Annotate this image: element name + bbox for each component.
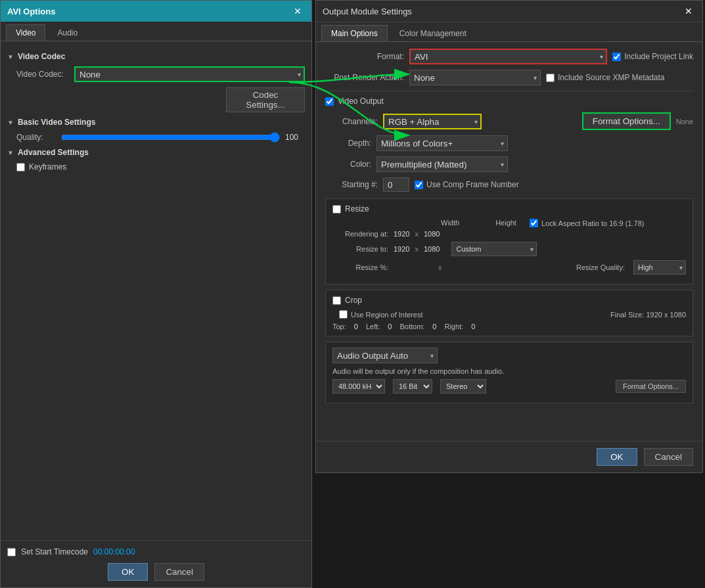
lock-ratio-label: Lock Aspect Ratio to 16:9 (1.78) [541,219,645,227]
audio-output-row: Audio Output Auto ▾ [332,348,686,363]
resize-header: Resize [332,204,686,214]
resize-checkbox[interactable] [332,205,341,214]
tab-audio[interactable]: Audio [47,24,87,41]
avi-close-button[interactable]: ✕ [290,5,305,18]
channel-select[interactable]: RGB + Alpha RGB Alpha [383,114,482,129]
include-source-xmp-row: Include Source XMP Metadata [546,73,665,82]
resize-to-x-sep: x [415,245,419,253]
audio-section: Audio Output Auto ▾ Audio will be output… [325,342,693,403]
crop-values-row: Top: 0 Left: 0 Bottom: 0 Right: 0 [332,323,686,330]
crop-right-label: Right: [444,323,463,330]
audio-output-select[interactable]: Audio Output Auto [332,348,438,363]
output-tabs: Main Options Color Management [316,22,702,42]
crop-header: Crop [332,296,686,305]
channels-label: Channels: [332,117,378,126]
avi-ok-button[interactable]: OK [108,563,148,581]
tab-color-management[interactable]: Color Management [390,25,476,41]
avi-tabs: Video Audio [1,22,311,41]
rendering-w: 1920 [394,230,409,238]
keyframes-checkbox[interactable] [16,163,25,171]
final-size-label: Final Size: 1920 x 1080 [610,311,686,319]
format-label: Format: [325,52,404,61]
quality-slider[interactable] [61,132,280,143]
lock-ratio-header: Lock Aspect Ratio to 16:9 (1.78) [530,219,645,227]
avi-titlebar: AVI Options ✕ [1,1,311,22]
advanced-settings-arrow: ▼ [7,149,14,156]
freq-select[interactable]: 48.000 kHz 44.100 kHz [332,379,385,394]
use-comp-frame-number-checkbox[interactable] [415,181,423,189]
include-source-xmp-checkbox[interactable] [546,74,555,82]
output-footer: OK Cancel [316,441,702,472]
rendering-at-label: Rendering at: [332,230,388,238]
avi-content: ▼ Video Codec Video Codec: None ▾ Codec … [1,41,311,540]
depth-select[interactable]: Millions of Colors+ Millions of Colors [376,135,508,151]
use-comp-frame-number-row: Use Comp Frame Number [415,180,519,189]
timecode-value: 00:00:00:00 [93,547,135,556]
channel-select2[interactable]: Stereo Mono [440,379,486,394]
resize-to-h: 1080 [424,245,440,253]
custom-select[interactable]: Custom 1920x1080 1280x720 [451,242,537,256]
resize-label: Resize [345,204,369,214]
bit-select[interactable]: 16 Bit 24 Bit [393,379,432,394]
resize-pct-label: Resize %: [332,263,388,271]
use-roi-row: Use Region of Interest [339,310,422,319]
output-cancel-button[interactable]: Cancel [644,448,694,466]
crop-checkbox[interactable] [332,296,341,305]
quality-select[interactable]: High Medium Low [633,260,686,275]
height-col-header: Height [495,219,516,227]
output-titlebar: Output Module Settings ✕ [316,1,702,22]
depth-select-container: Millions of Colors+ Millions of Colors ▾ [376,135,508,151]
codec-settings-button[interactable]: Codec Settings... [226,87,305,112]
audio-format-options-button[interactable]: Format Options... [616,380,686,393]
quality-label: Quality: [16,133,56,142]
use-roi-checkbox[interactable] [339,310,348,319]
quality-value: 100 [285,133,305,142]
color-select[interactable]: Premultiplied (Matted) Straight (Unmatte… [376,156,508,172]
color-row: Color: Premultiplied (Matted) Straight (… [325,156,693,172]
format-row: Format: AVI QuickTime MP4 ▾ Include Proj… [325,49,693,64]
crop-top-value: 0 [354,323,358,330]
set-start-timecode-checkbox[interactable] [7,548,16,556]
include-source-xmp-label: Include Source XMP Metadata [558,73,665,82]
starting-number-input[interactable] [383,177,409,192]
post-render-select[interactable]: None [409,70,541,85]
codec-select[interactable]: None [74,66,305,82]
starting-row: Starting #: Use Comp Frame Number [325,177,693,192]
include-project-link-checkbox[interactable] [612,53,621,61]
resize-to-row: Resize to: 1920 x 1080 Custom 1920x1080 … [332,242,686,256]
avi-options-dialog: AVI Options ✕ Video Audio ▼ Video Codec … [0,0,312,588]
channel-select-container: RGB + Alpha RGB Alpha ▾ [383,114,482,129]
video-codec-arrow: ▼ [7,53,14,60]
tab-main-options[interactable]: Main Options [321,25,388,41]
output-ok-button[interactable]: OK [597,448,637,466]
video-output-label: Video Output [338,97,384,106]
tab-video[interactable]: Video [6,24,45,41]
crop-section: Crop Use Region of Interest Final Size: … [325,290,693,336]
avi-cancel-button[interactable]: Cancel [154,563,204,581]
resize-pct-row: Resize %: x Resize Quality: High Medium … [332,260,686,275]
none-label: None [676,118,693,125]
crop-top-label: Top: [332,323,346,330]
post-render-label: Post-Render Action: [325,73,404,82]
resize-quality-label: Resize Quality: [576,263,625,271]
crop-bottom-value: 0 [432,323,436,330]
lock-ratio-checkbox[interactable] [530,219,538,227]
resize-to-label: Resize to: [332,245,388,253]
video-output-checkbox[interactable] [325,97,334,106]
basic-video-arrow: ▼ [7,119,14,126]
color-label: Color: [332,160,371,169]
avi-footer: Set Start Timecode 00:00:00:00 OK Cancel [1,540,311,587]
codec-settings-row: Codec Settings... [7,87,305,112]
crop-right-value: 0 [471,323,475,330]
custom-select-container: Custom 1920x1080 1280x720 ▾ [451,242,537,256]
advanced-settings-section: ▼ Advanced Settings [7,148,305,157]
output-close-button[interactable]: ✕ [681,5,696,18]
advanced-settings-label: Advanced Settings [18,148,89,157]
video-output-header: Video Output [325,97,693,106]
format-select[interactable]: AVI QuickTime MP4 [409,49,607,64]
timecode-row: Set Start Timecode 00:00:00:00 [7,547,305,556]
crop-label: Crop [345,296,362,305]
codec-label: Video Codec: [16,70,69,79]
format-options-button[interactable]: Format Options... [582,112,671,130]
color-select-container: Premultiplied (Matted) Straight (Unmatte… [376,156,508,172]
